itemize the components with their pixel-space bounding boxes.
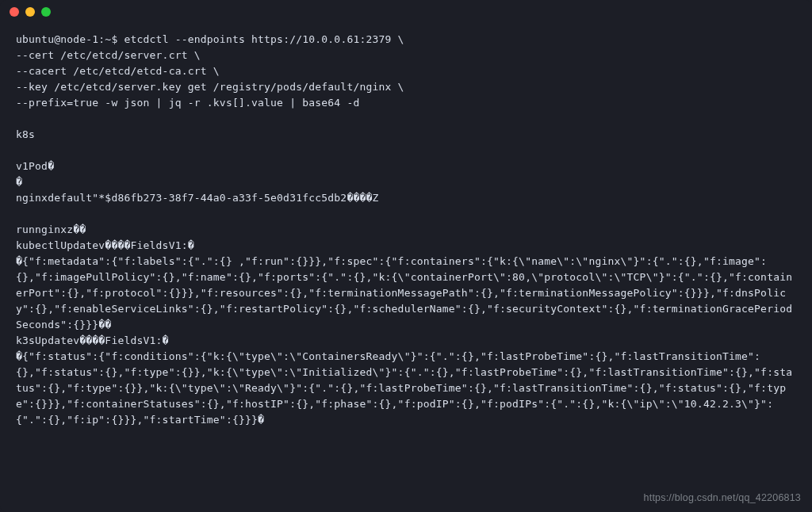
output-text: k8s v1Pod� � nginxdefault"*$d86fb273-38f… [16, 128, 792, 426]
watermark: https://blog.csdn.net/qq_42206813 [644, 491, 801, 506]
close-icon[interactable] [10, 7, 19, 17]
terminal-window: ubuntu@node-1:~$ etcdctl --endpoints htt… [0, 0, 812, 512]
terminal-content[interactable]: ubuntu@node-1:~$ etcdctl --endpoints htt… [0, 24, 812, 444]
titlebar [0, 0, 812, 24]
maximize-icon[interactable] [41, 7, 51, 17]
minimize-icon[interactable] [25, 7, 35, 17]
shell-prompt: ubuntu@node-1:~$ [16, 33, 124, 45]
